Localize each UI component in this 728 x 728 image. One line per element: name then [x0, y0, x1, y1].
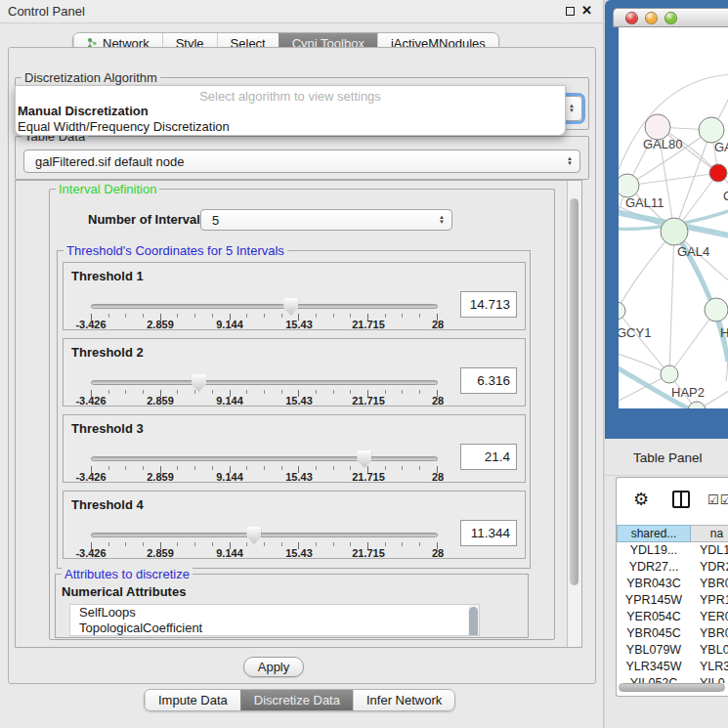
mac-close-button[interactable]	[625, 12, 638, 24]
network-view-window: GAL80GACGAL11GAL4GCY1HHAP2	[605, 0, 728, 439]
network-node-label: HAP2	[671, 385, 705, 400]
table-row[interactable]: YBR043C YBR0	[617, 576, 728, 592]
tick-label: 9.144	[216, 319, 243, 330]
threshold-value-field[interactable]: 11.344	[460, 520, 517, 546]
tick-label: 9.144	[216, 471, 243, 483]
number-of-intervals-combobox[interactable]: 5	[200, 209, 452, 231]
tick-label: 9.144	[216, 547, 243, 559]
settings-scrollpane: Interval Definition Number of Intervals …	[15, 180, 582, 648]
network-canvas[interactable]: GAL80GACGAL11GAL4GCY1HHAP2	[619, 27, 728, 408]
list-scrollbar[interactable]	[468, 605, 479, 635]
slider-tick-labels: -3.4262.8599.14415.4321.71528	[91, 395, 438, 407]
close-icon[interactable]: ✕	[581, 3, 592, 18]
network-window-titlebar[interactable]	[613, 8, 728, 27]
thresholds-group: Threshold's Coordinates for 5 Intervals …	[57, 250, 531, 569]
tick-label: -3.426	[75, 395, 106, 407]
tab[interactable]: Impute Data	[145, 690, 240, 710]
table-row[interactable]: YBL079W YBL0	[617, 642, 728, 659]
mac-minimize-button[interactable]	[645, 12, 658, 24]
network-graph: GAL80GACGAL11GAL4GCY1HHAP2	[619, 27, 728, 408]
tick-label: 15.43	[285, 547, 313, 559]
table-row[interactable]: YER054C YER0	[617, 609, 728, 625]
column-header[interactable]: na	[691, 525, 728, 542]
tab[interactable]: Infer Network	[353, 690, 454, 710]
float-window-icon[interactable]	[566, 7, 575, 16]
tick-label: 2.859	[147, 395, 174, 407]
combo-spinner-icon	[566, 156, 574, 166]
threshold-slider[interactable]	[91, 533, 438, 537]
numerical-attributes-list[interactable]: SelfLoops TopologicalCoefficient Between…	[69, 604, 480, 636]
threshold-value-field[interactable]: 14.713	[460, 291, 517, 318]
tick-label: -3.426	[75, 319, 106, 330]
table-toolbar: ⚙ ☑☑	[617, 478, 728, 524]
dropdown-option[interactable]: Manual Discretization	[16, 104, 565, 119]
vertical-scrollbar[interactable]	[567, 181, 581, 647]
table-data-group: Table Data galFiltered.sif default node	[15, 136, 589, 180]
tick-label: 28	[432, 395, 444, 407]
threshold-row: Threshold 1 -3.4262.8599.14415.4321.7152…	[63, 262, 526, 330]
table-row[interactable]: YPR145W YPR1	[617, 592, 728, 609]
tick-label: 28	[432, 471, 444, 483]
threshold-slider[interactable]	[91, 304, 438, 309]
network-node[interactable]	[619, 174, 639, 197]
group-title: Interval Definition	[56, 182, 159, 196]
tick-label: 15.43	[285, 319, 313, 330]
network-node[interactable]	[619, 302, 625, 320]
attribute-items: SelfLoops TopologicalCoefficient Between…	[70, 605, 479, 636]
panel-title: Control Panel	[8, 4, 85, 19]
network-node-label: GA	[714, 140, 728, 154]
dropdown-option[interactable]: Equal Width/Frequency Discretization	[16, 119, 565, 135]
dropdown-options: Manual Discretization Equal Width/Freque…	[16, 104, 565, 135]
interval-definition-group: Interval Definition Number of Intervals …	[49, 189, 555, 640]
threshold-row: Threshold 2 -3.4262.8599.14415.4321.7152…	[63, 338, 526, 407]
scrollbar-thumb[interactable]	[469, 607, 478, 636]
threshold-value-field[interactable]: 21.4	[460, 444, 517, 470]
split-pane-icon[interactable]	[672, 491, 690, 508]
table-row[interactable]: YDR27... YDR2	[617, 559, 728, 576]
table-panel-section: Table Panel ⚙ ☑☑ shared... na YDL19... Y…	[605, 439, 728, 728]
tick-label: 28	[432, 319, 444, 330]
threshold-label: Threshold 4	[71, 497, 144, 512]
tick-label: 21.715	[352, 471, 385, 483]
attributes-to-discretize-group: Attributes to discretize Numerical Attri…	[55, 574, 529, 638]
list-item[interactable]: SelfLoops	[70, 605, 479, 621]
dropdown-placeholder: Select algorithm to view settings	[16, 89, 565, 104]
scrollbar-thumb[interactable]	[570, 198, 578, 585]
network-node-label: H	[720, 325, 728, 340]
network-node-label: GAL11	[625, 195, 664, 210]
gear-icon[interactable]: ⚙	[633, 489, 649, 510]
table-row[interactable]: YLR345W YLR3	[617, 659, 728, 675]
network-node-label: GCY1	[619, 325, 651, 340]
cyni-toolbox-panel: Discretization Algorithm Select algorith…	[8, 47, 596, 684]
list-item[interactable]: TopologicalCoefficient	[70, 621, 479, 636]
combo-value: 5	[212, 213, 219, 228]
network-node[interactable]	[661, 365, 678, 383]
tab[interactable]: Discretize Data	[240, 690, 353, 710]
control-panel-titlebar: Control Panel ✕	[0, 0, 603, 23]
threshold-slider[interactable]	[91, 380, 438, 385]
group-title: Threshold's Coordinates for 5 Intervals	[64, 243, 287, 258]
control-panel: Control Panel ✕ Network Style Select Cyn…	[0, 0, 604, 728]
tick-label: 21.715	[352, 547, 385, 559]
table-row[interactable]: YDL19... YDL1	[617, 542, 728, 559]
network-node[interactable]	[705, 298, 728, 321]
network-node[interactable]	[661, 218, 688, 245]
combo-spinner-icon	[568, 104, 576, 113]
network-node[interactable]	[709, 164, 727, 182]
network-edge	[669, 232, 674, 374]
table-rows: YDL19... YDL1 YDR27... YDR2 YBR043C YBR0…	[617, 542, 728, 683]
table-row[interactable]: YBR045C YBR0	[617, 625, 728, 642]
network-node-label: C	[723, 189, 728, 203]
table-data-combobox[interactable]: galFiltered.sif default node	[23, 150, 580, 173]
checkbox-icons[interactable]: ☑☑	[707, 492, 728, 507]
tick-label: 9.144	[216, 395, 243, 407]
column-header[interactable]: shared...	[617, 525, 691, 542]
table-row[interactable]: YIL052C YIL0	[617, 675, 728, 683]
threshold-slider[interactable]	[91, 456, 438, 461]
mac-zoom-button[interactable]	[664, 12, 677, 24]
horizontal-scrollbar[interactable]	[619, 683, 725, 692]
threshold-label: Threshold 1	[71, 269, 144, 283]
apply-button[interactable]: Apply	[243, 657, 304, 677]
tick-label: -3.426	[75, 547, 106, 559]
threshold-value-field[interactable]: 6.316	[460, 367, 517, 394]
